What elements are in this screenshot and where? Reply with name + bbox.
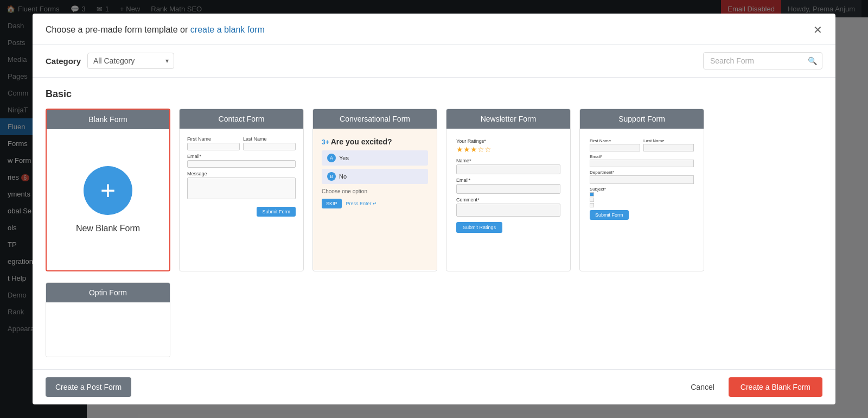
newsletter-form-header: Newsletter Form — [446, 109, 570, 129]
search-icon: 🔍 — [808, 56, 817, 65]
modal-filter-bar: Category All Category Basic Payment 🔍 — [33, 45, 835, 78]
section-title-basic: Basic — [46, 88, 822, 100]
form-grid-optin: Optin Form — [46, 282, 822, 357]
contact-submit-btn[interactable]: Submit Form — [257, 207, 296, 217]
modal-body: Basic Blank Form + New Blank Form — [33, 78, 835, 369]
modal-header: Choose a pre-made form template or creat… — [33, 14, 835, 45]
modal-close-button[interactable]: ✕ — [813, 24, 822, 35]
blank-form-label: New Blank Form — [76, 224, 140, 233]
contact-form-body: First Name Last Name Email* — [180, 129, 303, 270]
newsletter-submit-btn[interactable]: Submit Ratings — [456, 222, 502, 233]
contact-form-card[interactable]: Contact Form First Name Last Name — [179, 109, 304, 271]
conversational-form-card[interactable]: Conversational Form 3+ Are you excited? … — [312, 109, 437, 271]
conv-option-no: B No — [322, 169, 428, 184]
modal-header-text: Choose a pre-made form template or creat… — [46, 25, 265, 35]
optin-form-header: Optin Form — [46, 283, 170, 302]
form-template-modal: Choose a pre-made form template or creat… — [33, 14, 835, 404]
create-blank-link[interactable]: create a blank form — [190, 25, 265, 34]
modal-overlay[interactable]: Choose a pre-made form template or creat… — [0, 0, 868, 418]
form-grid-basic: Blank Form + New Blank Form Contact Form — [46, 109, 822, 271]
modal-footer: Create a Post Form Cancel Create a Blank… — [33, 369, 835, 404]
optin-form-card[interactable]: Optin Form — [46, 282, 170, 357]
conversational-form-body: 3+ Are you excited? A Yes B No Choose on… — [313, 129, 437, 270]
category-select-wrapper: All Category Basic Payment — [87, 53, 174, 69]
newsletter-mini-form: Your Ratings* ★★★☆☆ Name* Email* Comment… — [454, 136, 563, 235]
category-select[interactable]: All Category Basic Payment — [87, 53, 174, 69]
support-form-header: Support Form — [580, 109, 704, 129]
blank-form-body: + New Blank Form — [47, 129, 169, 270]
search-form-input[interactable] — [703, 52, 822, 69]
newsletter-form-body: Your Ratings* ★★★☆☆ Name* Email* Comment… — [446, 129, 570, 270]
contact-mini-form: First Name Last Name Email* — [187, 136, 296, 217]
search-input-wrapper: 🔍 — [703, 52, 822, 69]
conv-skip-btn[interactable]: SKIP — [322, 199, 342, 208]
create-blank-form-button[interactable]: Create a Blank Form — [729, 377, 822, 397]
support-form-card[interactable]: Support Form First Name Last Name — [579, 109, 704, 271]
blank-form-card[interactable]: Blank Form + New Blank Form — [46, 109, 170, 271]
blank-form-header: Blank Form — [47, 110, 169, 129]
blank-form-icon: + — [84, 166, 132, 215]
conversational-form-header: Conversational Form — [313, 109, 437, 129]
category-label: Category — [46, 56, 81, 66]
optin-form-body — [46, 302, 170, 357]
contact-form-header: Contact Form — [180, 109, 303, 129]
support-mini-form: First Name Last Name Email* — [588, 136, 696, 222]
support-submit-btn[interactable]: Submit Form — [590, 210, 629, 220]
footer-right: Cancel Create a Blank Form — [683, 377, 822, 397]
support-form-body: First Name Last Name Email* — [580, 129, 704, 270]
conv-option-yes: A Yes — [322, 150, 428, 166]
cancel-button[interactable]: Cancel — [683, 377, 722, 397]
newsletter-form-card[interactable]: Newsletter Form Your Ratings* ★★★☆☆ Name… — [446, 109, 571, 271]
plus-icon: + — [100, 178, 116, 204]
create-post-form-button[interactable]: Create a Post Form — [46, 377, 131, 397]
